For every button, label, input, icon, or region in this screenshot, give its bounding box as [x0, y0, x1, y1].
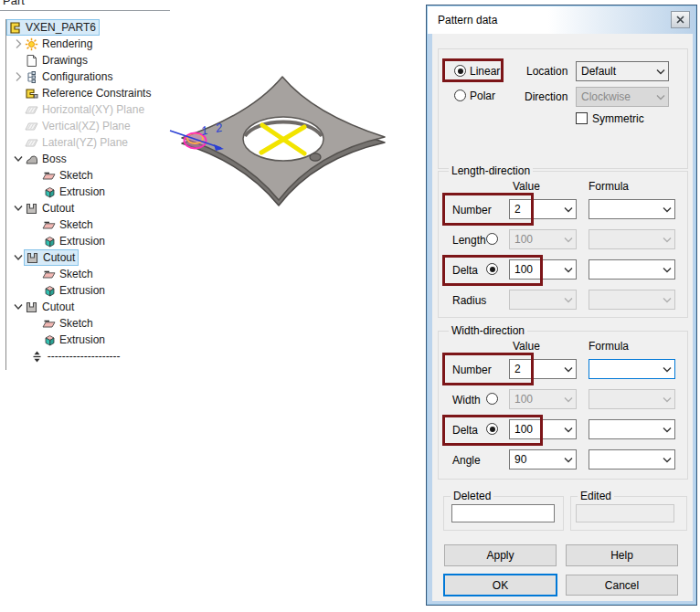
- dialog-titlebar[interactable]: Pattern data: [428, 6, 695, 34]
- chevron-down-icon: [659, 457, 674, 463]
- width-delta-radio[interactable]: [486, 423, 498, 435]
- pattern-hole: [310, 153, 321, 161]
- width-delta-value-combo[interactable]: 100: [509, 419, 577, 439]
- chevron-collapsed-icon[interactable]: [12, 37, 25, 50]
- length-delta-value-combo[interactable]: 100: [509, 259, 577, 280]
- tree-item-configurations[interactable]: Configurations: [0, 69, 169, 85]
- length-number-formula-combo[interactable]: [589, 199, 675, 219]
- cutout-icon: [26, 251, 40, 265]
- tree-item-cutout[interactable]: Cutout: [0, 249, 169, 266]
- tree-item-vxen-part6[interactable]: VXEN_PART6: [0, 19, 169, 36]
- length-value-header: Value: [513, 180, 540, 193]
- polar-radio[interactable]: [454, 90, 466, 101]
- length-length-label: Length: [452, 234, 486, 247]
- chevron-expanded-icon[interactable]: [12, 153, 25, 165]
- sketch-icon: [42, 169, 57, 183]
- chevron-down-icon: [659, 366, 674, 373]
- chevron-expanded-icon[interactable]: [12, 202, 25, 215]
- tree-item-sketch[interactable]: Sketch: [0, 216, 169, 233]
- dialog-body: Linear Polar Location Default Direction …: [432, 34, 693, 601]
- chevron-down-icon: [652, 69, 668, 75]
- tree-item-rendering[interactable]: Rendering: [0, 36, 169, 52]
- linear-label: Linear: [470, 65, 500, 78]
- sketch-icon: [42, 268, 57, 281]
- tree-item-lateral-yz-plane[interactable]: Lateral(YZ) Plane: [0, 134, 169, 151]
- tree-item-boss[interactable]: Boss: [0, 151, 169, 167]
- length-number-value-combo[interactable]: 2: [509, 199, 577, 219]
- width-number-formula-combo[interactable]: [589, 359, 675, 379]
- dialog-title: Pattern data: [438, 14, 497, 26]
- length-radius-label: Radius: [452, 294, 486, 307]
- chevron-down-icon: [560, 297, 576, 303]
- width-angle-formula-combo[interactable]: [589, 449, 675, 470]
- tree-item-horizontal-xy-plane[interactable]: Horizontal(XY) Plane: [0, 101, 169, 118]
- chevron-down-icon: [659, 297, 674, 303]
- pattern-data-dialog: Pattern data Linear Polar Location Defau…: [426, 5, 697, 606]
- chevron-down-icon: [659, 267, 674, 273]
- location-label: Location: [526, 65, 567, 78]
- end-icon: [30, 350, 45, 364]
- chevron-collapsed-icon[interactable]: [12, 70, 25, 83]
- location-select[interactable]: Default: [576, 61, 669, 81]
- tree-item-vertical-xz-plane[interactable]: Vertical(XZ) Plane: [0, 118, 169, 134]
- tree-item-reference-constraints[interactable]: Reference Constraints: [0, 85, 169, 101]
- width-formula-header: Formula: [589, 340, 629, 353]
- direction-select: Clockwise: [576, 87, 669, 107]
- length-delta-label: Delta: [452, 264, 478, 277]
- edited-label: Edited: [578, 490, 614, 502]
- close-button[interactable]: [671, 11, 690, 28]
- linear-radio[interactable]: [454, 65, 466, 77]
- apply-button[interactable]: Apply: [444, 544, 557, 566]
- tree-item-sketch[interactable]: Sketch: [0, 266, 169, 282]
- sketch-icon: [42, 218, 57, 232]
- edited-input: [576, 504, 674, 522]
- tree-item-sketch[interactable]: Sketch: [0, 315, 169, 332]
- tree-item-[interactable]: --------------------: [0, 348, 169, 364]
- chevron-expanded-icon[interactable]: [12, 251, 25, 264]
- chevron-down-icon: [659, 206, 674, 213]
- panel-top-divider: [0, 10, 170, 11]
- length-delta-radio[interactable]: [486, 263, 498, 275]
- length-radius-value-combo: [509, 290, 577, 310]
- direction-label: Direction: [525, 90, 567, 103]
- chevron-down-icon: [560, 427, 576, 433]
- tree-item-sketch[interactable]: Sketch: [0, 167, 169, 184]
- width-delta-formula-combo[interactable]: [589, 419, 675, 439]
- width-direction-title: Width-direction: [449, 324, 527, 337]
- width-width-radio[interactable]: [486, 393, 498, 405]
- length-length-radio[interactable]: [486, 233, 498, 245]
- length-formula-header: Formula: [589, 180, 629, 193]
- app-root: Part VXEN_PART6RenderingDrawingsConfigur…: [0, 0, 700, 612]
- tree-item-cutout[interactable]: Cutout: [0, 299, 169, 315]
- help-button[interactable]: Help: [566, 544, 678, 566]
- length-delta-formula-combo[interactable]: [589, 259, 675, 280]
- tree-item-extrusion[interactable]: Extrusion: [0, 332, 169, 348]
- chevron-expanded-icon[interactable]: [12, 301, 25, 313]
- tree-item-extrusion[interactable]: Extrusion: [0, 282, 169, 299]
- tree-item-extrusion[interactable]: Extrusion: [0, 184, 169, 200]
- width-number-value-combo[interactable]: 2: [509, 359, 577, 379]
- chevron-down-icon: [560, 206, 576, 213]
- chevron-down-icon: [659, 237, 674, 243]
- deleted-input[interactable]: [451, 504, 555, 522]
- plane-icon: [25, 136, 39, 150]
- chevron-down-icon: [560, 396, 576, 403]
- deleted-label: Deleted: [451, 490, 493, 502]
- ok-button[interactable]: OK: [443, 574, 557, 596]
- tree-item-drawings[interactable]: Drawings: [0, 52, 169, 69]
- tree-item-cutout[interactable]: Cutout: [0, 200, 169, 216]
- 3d-viewport[interactable]: 1 2: [169, 50, 430, 251]
- cancel-button[interactable]: Cancel: [566, 575, 678, 596]
- boss-icon: [25, 153, 39, 166]
- panel-header-label: Part: [3, 0, 25, 7]
- symmetric-checkbox[interactable]: [576, 112, 588, 124]
- tree-item-extrusion[interactable]: Extrusion: [0, 233, 169, 249]
- width-width-value-combo: 100: [509, 389, 577, 409]
- width-angle-value-combo[interactable]: 90: [509, 449, 577, 470]
- extrusion-icon: [42, 185, 57, 199]
- polar-label: Polar: [470, 90, 495, 102]
- length-direction-title: Length-direction: [449, 164, 533, 177]
- chevron-down-icon: [659, 396, 674, 403]
- sun-icon: [25, 37, 39, 51]
- width-number-label: Number: [452, 364, 492, 376]
